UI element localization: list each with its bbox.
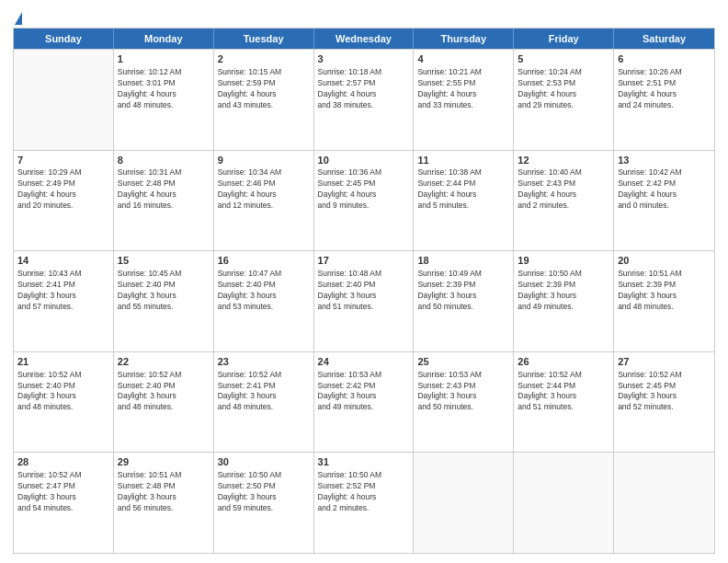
- day-info: Sunrise: 10:47 AM Sunset: 2:40 PM Daylig…: [218, 269, 310, 313]
- calendar-cell: 14Sunrise: 10:43 AM Sunset: 2:41 PM Dayl…: [14, 251, 114, 351]
- calendar-week-row: 28Sunrise: 10:52 AM Sunset: 2:47 PM Dayl…: [14, 452, 714, 553]
- day-number: 19: [518, 254, 609, 268]
- day-info: Sunrise: 10:31 AM Sunset: 2:48 PM Daylig…: [118, 167, 210, 212]
- calendar-cell: 25Sunrise: 10:53 AM Sunset: 2:43 PM Dayl…: [414, 352, 514, 453]
- day-info: Sunrise: 10:50 AM Sunset: 2:39 PM Daylig…: [518, 269, 609, 313]
- calendar-day-header: Monday: [114, 29, 214, 49]
- calendar-cell: 13Sunrise: 10:42 AM Sunset: 2:42 PM Dayl…: [614, 151, 714, 251]
- calendar-cell: 22Sunrise: 10:52 AM Sunset: 2:40 PM Dayl…: [114, 352, 214, 453]
- calendar-day-header: Sunday: [14, 29, 114, 49]
- day-number: 21: [17, 355, 109, 369]
- calendar-cell: 23Sunrise: 10:52 AM Sunset: 2:41 PM Dayl…: [214, 352, 314, 453]
- day-info: Sunrise: 10:53 AM Sunset: 2:43 PM Daylig…: [417, 370, 509, 414]
- day-info: Sunrise: 10:18 AM Sunset: 2:57 PM Daylig…: [318, 67, 410, 111]
- day-info: Sunrise: 10:49 AM Sunset: 2:39 PM Daylig…: [417, 269, 509, 313]
- calendar-cell: 8Sunrise: 10:31 AM Sunset: 2:48 PM Dayli…: [114, 151, 214, 251]
- calendar-week-row: 1Sunrise: 10:12 AM Sunset: 3:01 PM Dayli…: [14, 49, 714, 150]
- calendar-cell: 15Sunrise: 10:45 AM Sunset: 2:40 PM Dayl…: [114, 251, 214, 351]
- calendar-body: 1Sunrise: 10:12 AM Sunset: 3:01 PM Dayli…: [14, 49, 714, 553]
- calendar-week-row: 7Sunrise: 10:29 AM Sunset: 2:49 PM Dayli…: [14, 150, 714, 251]
- day-info: Sunrise: 10:26 AM Sunset: 2:51 PM Daylig…: [618, 67, 711, 111]
- calendar-cell: 9Sunrise: 10:34 AM Sunset: 2:46 PM Dayli…: [214, 151, 314, 251]
- day-number: 2: [218, 52, 310, 66]
- day-number: 12: [518, 154, 609, 167]
- day-number: 8: [118, 154, 210, 167]
- day-number: 26: [518, 355, 609, 369]
- calendar-cell: 30Sunrise: 10:50 AM Sunset: 2:50 PM Dayl…: [214, 453, 314, 553]
- day-info: Sunrise: 10:48 AM Sunset: 2:40 PM Daylig…: [318, 269, 410, 313]
- day-number: 15: [118, 254, 210, 268]
- day-info: Sunrise: 10:12 AM Sunset: 3:01 PM Daylig…: [118, 67, 210, 111]
- day-number: 16: [218, 254, 310, 268]
- day-number: 28: [17, 455, 109, 469]
- day-info: Sunrise: 10:24 AM Sunset: 2:53 PM Daylig…: [518, 67, 609, 111]
- day-info: Sunrise: 10:52 AM Sunset: 2:47 PM Daylig…: [17, 470, 109, 514]
- calendar-cell: 27Sunrise: 10:52 AM Sunset: 2:45 PM Dayl…: [614, 352, 714, 453]
- day-number: 24: [318, 355, 410, 369]
- day-number: 23: [218, 355, 310, 369]
- day-number: 18: [417, 254, 509, 268]
- day-number: 13: [618, 154, 711, 167]
- calendar-cell: 17Sunrise: 10:48 AM Sunset: 2:40 PM Dayl…: [314, 251, 415, 351]
- day-number: 25: [417, 355, 509, 369]
- logo: [13, 13, 23, 24]
- calendar-cell: 24Sunrise: 10:53 AM Sunset: 2:42 PM Dayl…: [314, 352, 415, 453]
- calendar-cell: 6Sunrise: 10:26 AM Sunset: 2:51 PM Dayli…: [614, 50, 714, 150]
- calendar-cell: 5Sunrise: 10:24 AM Sunset: 2:53 PM Dayli…: [514, 50, 614, 150]
- day-number: 29: [118, 455, 210, 469]
- day-number: 7: [17, 154, 109, 167]
- logo-triangle-icon: [15, 12, 22, 25]
- calendar-cell: 18Sunrise: 10:49 AM Sunset: 2:39 PM Dayl…: [414, 251, 514, 351]
- day-number: 9: [218, 154, 310, 167]
- day-info: Sunrise: 10:36 AM Sunset: 2:45 PM Daylig…: [318, 167, 410, 212]
- day-number: 11: [417, 154, 509, 167]
- day-info: Sunrise: 10:51 AM Sunset: 2:48 PM Daylig…: [118, 470, 210, 514]
- day-info: Sunrise: 10:40 AM Sunset: 2:43 PM Daylig…: [518, 167, 609, 212]
- day-info: Sunrise: 10:38 AM Sunset: 2:44 PM Daylig…: [417, 167, 509, 212]
- day-number: 22: [118, 355, 210, 369]
- calendar-cell: 31Sunrise: 10:50 AM Sunset: 2:52 PM Dayl…: [314, 453, 415, 553]
- calendar-day-header: Tuesday: [214, 29, 314, 49]
- day-info: Sunrise: 10:52 AM Sunset: 2:40 PM Daylig…: [118, 370, 210, 414]
- day-number: 31: [318, 455, 410, 469]
- calendar-cell: 21Sunrise: 10:52 AM Sunset: 2:40 PM Dayl…: [14, 352, 114, 453]
- calendar-day-header: Saturday: [614, 29, 714, 49]
- calendar-cell: [614, 453, 714, 553]
- day-number: 14: [17, 254, 109, 268]
- calendar-week-row: 14Sunrise: 10:43 AM Sunset: 2:41 PM Dayl…: [14, 250, 714, 351]
- calendar-day-header: Thursday: [414, 29, 514, 49]
- calendar-cell: [414, 453, 514, 553]
- calendar-week-row: 21Sunrise: 10:52 AM Sunset: 2:40 PM Dayl…: [14, 351, 714, 453]
- day-number: 1: [118, 52, 210, 66]
- calendar-cell: 7Sunrise: 10:29 AM Sunset: 2:49 PM Dayli…: [14, 151, 114, 251]
- header: [13, 9, 715, 24]
- calendar-cell: 2Sunrise: 10:15 AM Sunset: 2:59 PM Dayli…: [214, 50, 314, 150]
- calendar-day-header: Wednesday: [314, 29, 415, 49]
- calendar-day-header: Friday: [514, 29, 614, 49]
- day-info: Sunrise: 10:34 AM Sunset: 2:46 PM Daylig…: [218, 167, 310, 212]
- calendar: SundayMondayTuesdayWednesdayThursdayFrid…: [13, 28, 715, 554]
- calendar-cell: 19Sunrise: 10:50 AM Sunset: 2:39 PM Dayl…: [514, 251, 614, 351]
- calendar-cell: [14, 50, 114, 150]
- day-number: 27: [618, 355, 711, 369]
- calendar-cell: 28Sunrise: 10:52 AM Sunset: 2:47 PM Dayl…: [14, 453, 114, 553]
- calendar-cell: 4Sunrise: 10:21 AM Sunset: 2:55 PM Dayli…: [414, 50, 514, 150]
- calendar-cell: 12Sunrise: 10:40 AM Sunset: 2:43 PM Dayl…: [514, 151, 614, 251]
- day-info: Sunrise: 10:45 AM Sunset: 2:40 PM Daylig…: [118, 269, 210, 313]
- day-number: 20: [618, 254, 711, 268]
- day-info: Sunrise: 10:53 AM Sunset: 2:42 PM Daylig…: [318, 370, 410, 414]
- day-info: Sunrise: 10:21 AM Sunset: 2:55 PM Daylig…: [417, 67, 509, 111]
- calendar-cell: 26Sunrise: 10:52 AM Sunset: 2:44 PM Dayl…: [514, 352, 614, 453]
- day-info: Sunrise: 10:50 AM Sunset: 2:50 PM Daylig…: [218, 470, 310, 514]
- day-info: Sunrise: 10:52 AM Sunset: 2:44 PM Daylig…: [518, 370, 609, 414]
- calendar-cell: 3Sunrise: 10:18 AM Sunset: 2:57 PM Dayli…: [314, 50, 415, 150]
- page: SundayMondayTuesdayWednesdayThursdayFrid…: [0, 0, 728, 563]
- day-info: Sunrise: 10:50 AM Sunset: 2:52 PM Daylig…: [318, 470, 410, 514]
- calendar-header: SundayMondayTuesdayWednesdayThursdayFrid…: [14, 29, 714, 49]
- day-info: Sunrise: 10:15 AM Sunset: 2:59 PM Daylig…: [218, 67, 310, 111]
- calendar-cell: 10Sunrise: 10:36 AM Sunset: 2:45 PM Dayl…: [314, 151, 415, 251]
- day-number: 10: [318, 154, 410, 167]
- calendar-cell: 16Sunrise: 10:47 AM Sunset: 2:40 PM Dayl…: [214, 251, 314, 351]
- day-info: Sunrise: 10:51 AM Sunset: 2:39 PM Daylig…: [618, 269, 711, 313]
- calendar-cell: [514, 453, 614, 553]
